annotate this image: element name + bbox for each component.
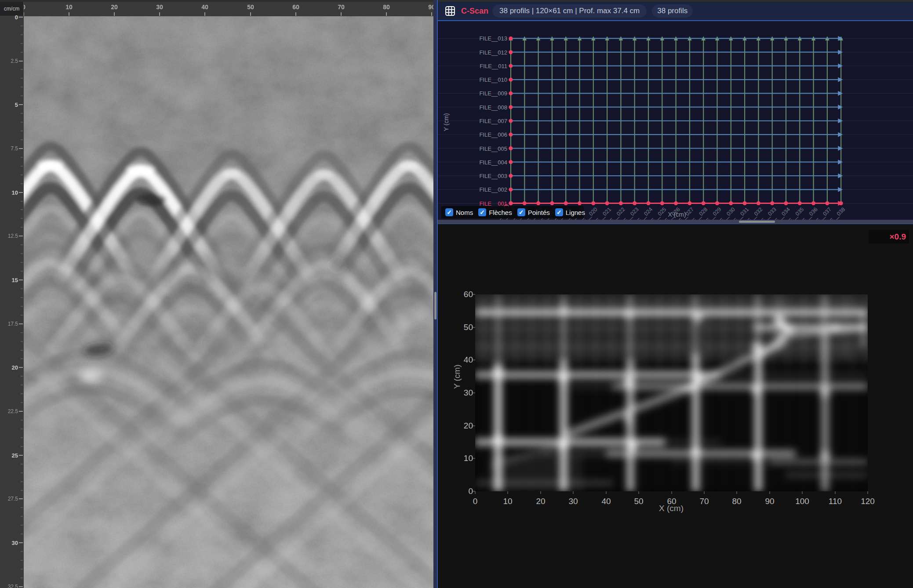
svg-text:FILE__011: FILE__011: [480, 63, 507, 69]
svg-text:FILE__006: FILE__006: [479, 131, 507, 138]
svg-text:FILE__002: FILE__002: [479, 186, 507, 193]
svg-text:FILE__003: FILE__003: [479, 173, 507, 179]
svg-text:FILE__005: FILE__005: [479, 145, 507, 152]
svg-text:FILE__008: FILE__008: [479, 104, 507, 111]
svg-text:FILE__010: FILE__010: [479, 76, 507, 83]
svg-text:FILE__009: FILE__009: [479, 90, 507, 97]
svg-text:FILE__004: FILE__004: [479, 159, 507, 166]
svg-text:X (cm): X (cm): [668, 211, 686, 218]
svg-text:FILE__007: FILE__007: [479, 118, 507, 124]
svg-text:Y (cm): Y (cm): [443, 113, 450, 131]
svg-text:FILE__013: FILE__013: [479, 35, 507, 42]
svg-text:FILE__012: FILE__012: [479, 49, 507, 56]
